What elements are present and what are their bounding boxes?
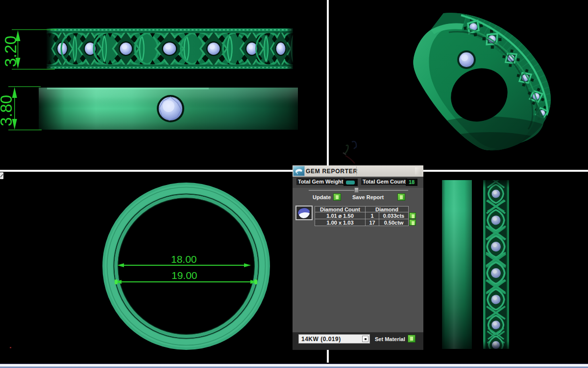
svg-text:3.80: 3.80: [0, 95, 15, 126]
svg-text:3.20: 3.20: [1, 36, 20, 67]
svg-text:18.00: 18.00: [171, 253, 197, 265]
svg-text:19.00: 19.00: [172, 270, 197, 281]
